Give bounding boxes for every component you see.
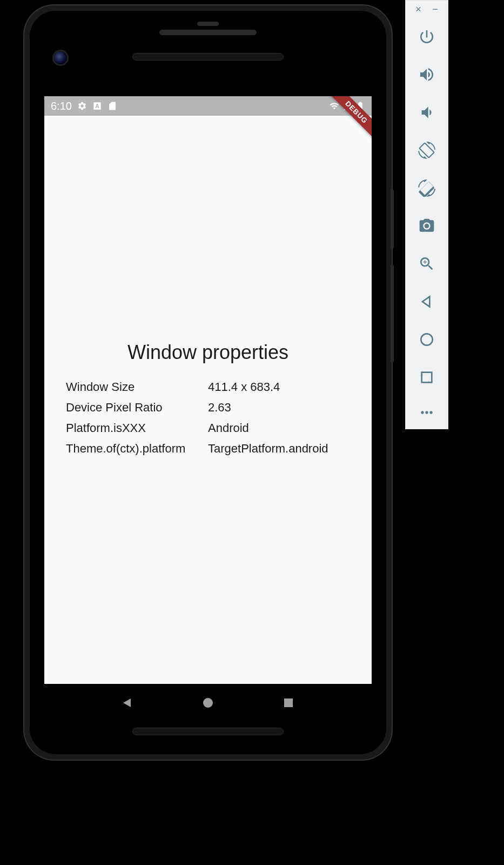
page-title: Window properties <box>66 341 350 364</box>
nav-recents-button[interactable] <box>282 696 295 709</box>
zoom-button[interactable] <box>411 245 443 283</box>
rotate-left-icon <box>418 142 435 159</box>
minimize-button[interactable]: − <box>430 4 441 15</box>
prop-label: Window Size <box>66 377 208 397</box>
prop-label: Device Pixel Ratio <box>66 397 208 418</box>
speaker-top <box>159 30 257 35</box>
emulator-home-button[interactable] <box>411 321 443 358</box>
rotate-right-icon <box>418 179 435 197</box>
volume-down-button[interactable] <box>411 94 443 131</box>
table-row: Device Pixel Ratio 2.63 <box>66 397 350 418</box>
emulator-overview-button[interactable] <box>411 358 443 396</box>
device-screen: 6:10 A Window properties Window Size 411… <box>44 96 372 684</box>
overview-square-icon <box>418 369 435 386</box>
power-icon <box>418 28 435 45</box>
svg-point-4 <box>429 411 432 414</box>
zoom-icon <box>418 255 435 272</box>
a-box-icon: A <box>92 101 102 111</box>
prop-value: TargetPlatform.android <box>208 438 350 459</box>
rotate-left-button[interactable] <box>411 131 443 169</box>
table-row: Platform.isXXX Android <box>66 418 350 438</box>
home-circle-icon <box>418 331 435 348</box>
more-horizontal-icon <box>418 404 435 421</box>
volume-up-button[interactable] <box>411 56 443 94</box>
back-triangle-icon <box>418 293 435 310</box>
prop-label: Theme.of(ctx).platform <box>66 438 208 459</box>
volume-up-icon <box>418 66 435 83</box>
sd-card-icon <box>107 101 117 111</box>
volume-down-icon <box>418 104 435 121</box>
properties-table: Window Size 411.4 x 683.4 Device Pixel R… <box>66 377 350 459</box>
settings-icon <box>77 101 87 111</box>
emulator-sidebar: × − <box>405 0 448 429</box>
prop-value: 411.4 x 683.4 <box>208 377 350 397</box>
android-nav-bar <box>44 684 372 722</box>
power-button[interactable] <box>411 18 443 56</box>
status-time: 6:10 <box>51 100 72 112</box>
table-row: Theme.of(ctx).platform TargetPlatform.an… <box>66 438 350 459</box>
svg-point-0 <box>421 334 432 345</box>
svg-point-2 <box>421 411 424 414</box>
svg-point-3 <box>425 411 428 414</box>
front-camera <box>54 51 67 64</box>
emulator-back-button[interactable] <box>411 283 443 321</box>
prop-label: Platform.isXXX <box>66 418 208 438</box>
earpiece-speaker <box>132 53 284 61</box>
notch-indicator <box>197 22 219 26</box>
app-content: Window properties Window Size 411.4 x 68… <box>44 116 372 684</box>
table-row: Window Size 411.4 x 683.4 <box>66 377 350 397</box>
physical-power-button <box>391 189 394 249</box>
camera-icon <box>418 217 435 235</box>
status-bar: 6:10 A <box>44 96 372 116</box>
svg-text:A: A <box>95 103 99 109</box>
bottom-speaker <box>132 728 284 735</box>
prop-value: 2.63 <box>208 397 350 418</box>
svg-rect-8 <box>284 698 293 707</box>
device-frame: 6:10 A Window properties Window Size 411… <box>24 5 392 760</box>
svg-rect-1 <box>422 372 432 383</box>
prop-value: Android <box>208 418 350 438</box>
screenshot-button[interactable] <box>411 207 443 245</box>
nav-back-button[interactable] <box>121 696 134 709</box>
physical-volume-button <box>391 265 394 362</box>
rotate-right-button[interactable] <box>411 169 443 207</box>
nav-home-button[interactable] <box>201 696 214 709</box>
close-button[interactable]: × <box>413 4 424 15</box>
svg-point-7 <box>203 698 213 708</box>
emulator-more-button[interactable] <box>411 396 443 429</box>
